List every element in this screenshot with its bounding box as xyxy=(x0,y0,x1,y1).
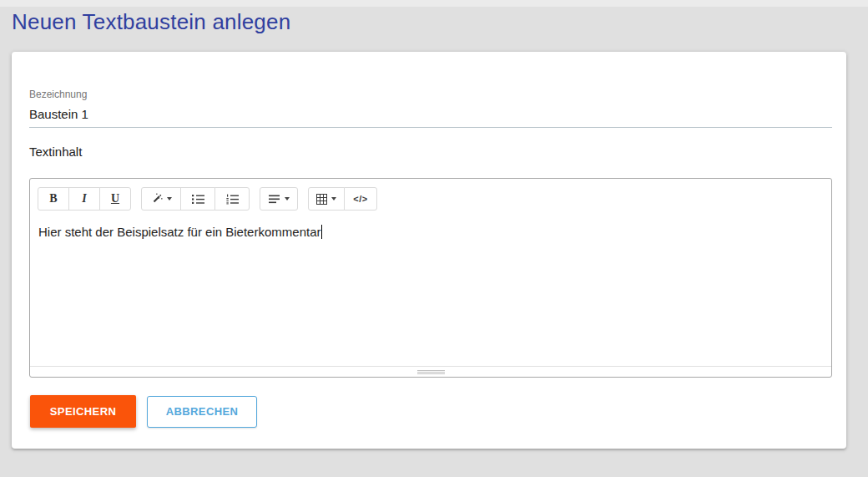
top-strip xyxy=(0,0,868,7)
editor-text: Hier steht der Beispielsatz für ein Biet… xyxy=(38,225,320,239)
bezeichnung-underline xyxy=(29,127,832,128)
align-left-icon xyxy=(269,195,280,204)
form-actions: SPEICHERN ABBRECHEN xyxy=(30,395,257,428)
bold-button[interactable]: B xyxy=(38,187,69,211)
italic-icon: I xyxy=(82,192,86,206)
insert-group: </> xyxy=(308,187,377,211)
editor-toolbar: B I U xyxy=(30,179,831,214)
textinhalt-label: Textinhalt xyxy=(29,145,82,159)
style-list-group xyxy=(141,187,250,211)
paragraph-group xyxy=(260,187,298,211)
editor-content-area[interactable]: Hier steht der Beispielsatz für ein Biet… xyxy=(30,214,831,366)
code-icon: </> xyxy=(353,194,367,204)
cancel-button[interactable]: ABBRECHEN xyxy=(147,396,257,428)
code-view-button[interactable]: </> xyxy=(344,187,377,211)
bullet-list-icon xyxy=(192,194,204,205)
table-button[interactable] xyxy=(308,187,345,211)
bezeichnung-label: Bezeichnung xyxy=(29,89,87,100)
paragraph-align-button[interactable] xyxy=(260,187,298,211)
style-dropdown-button[interactable] xyxy=(141,187,181,211)
underline-button[interactable]: U xyxy=(99,187,131,211)
font-style-group: B I U xyxy=(38,187,131,211)
chevron-down-icon xyxy=(167,197,172,200)
save-button[interactable]: SPEICHERN xyxy=(30,395,136,428)
form-card: Bezeichnung Textinhalt B I U xyxy=(12,52,846,449)
page-title: Neuen Textbaustein anlegen xyxy=(12,9,290,35)
numbered-list-icon xyxy=(226,194,239,205)
resize-handle-icon xyxy=(417,370,445,374)
bezeichnung-input[interactable] xyxy=(29,104,832,124)
bold-icon: B xyxy=(49,192,57,206)
ordered-list-button[interactable] xyxy=(214,187,250,211)
underline-icon: U xyxy=(111,192,119,206)
unordered-list-button[interactable] xyxy=(180,187,215,211)
table-grid-icon xyxy=(316,194,327,205)
chevron-down-icon xyxy=(285,197,290,200)
chevron-down-icon xyxy=(331,197,336,200)
editor-statusbar[interactable] xyxy=(30,366,831,377)
text-cursor xyxy=(321,225,322,239)
magic-wand-icon xyxy=(151,193,163,205)
italic-button[interactable]: I xyxy=(68,187,100,211)
richtext-editor: B I U xyxy=(29,178,832,378)
